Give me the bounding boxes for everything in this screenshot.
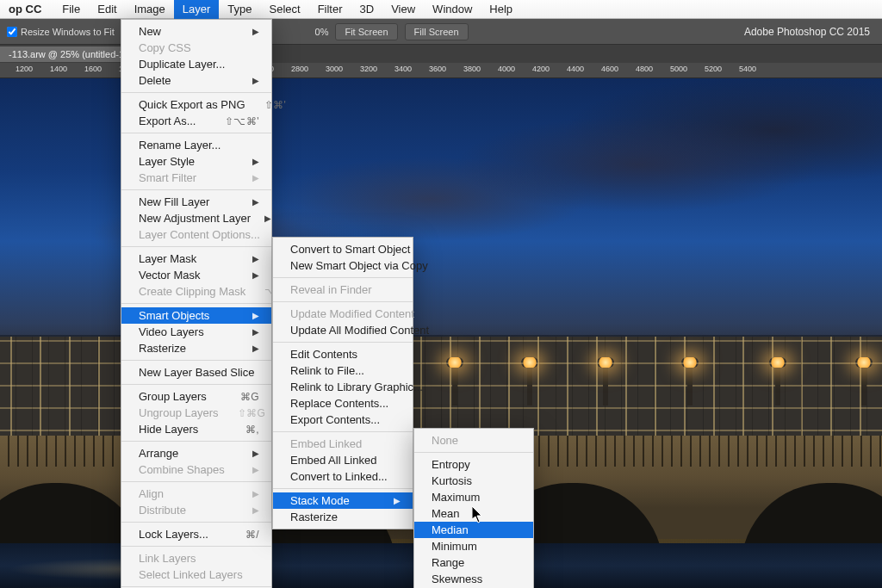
shortcut-label: ⇧⌥⌘' [225, 115, 259, 127]
menu-item-label: Range [432, 556, 521, 569]
layer-rasterize[interactable]: Rasterize▶ [121, 340, 271, 356]
layer-video-layers[interactable]: Video Layers▶ [121, 324, 271, 340]
menu-item-label: Skewness [432, 573, 521, 585]
stack-mode-submenu[interactable]: NoneEntropyKurtosisMaximumMeanMedianMini… [413, 428, 534, 588]
lamp-icon [687, 368, 693, 405]
resize-windows-check[interactable] [7, 27, 17, 37]
smartobjects-update-all-modified-content[interactable]: Update All Modified Content [273, 322, 413, 338]
menu-edit[interactable]: Edit [89, 0, 125, 19]
menu-3d[interactable]: 3D [351, 0, 383, 19]
ruler-tick: 3200 [360, 65, 377, 73]
lamp-icon [775, 368, 780, 405]
menu-type[interactable]: Type [219, 0, 260, 19]
menu-item-label: Vector Mask [139, 269, 239, 282]
layer-menu[interactable]: New▶Copy CSSDuplicate Layer...Delete▶Qui… [121, 19, 272, 588]
smart-objects-submenu[interactable]: Convert to Smart ObjectNew Smart Object … [272, 237, 413, 529]
menu-layer[interactable]: Layer [174, 0, 220, 19]
layer-export-as[interactable]: Export As...⇧⌥⌘' [121, 113, 271, 129]
layer-distribute: Distribute▶ [121, 502, 271, 518]
shortcut-label: ⌘/ [245, 529, 259, 541]
menu-item-label: Embed All Linked [290, 454, 401, 467]
stackmode-minimum[interactable]: Minimum [414, 538, 533, 554]
menu-window[interactable]: Window [424, 0, 481, 19]
menu-item-label: Layer Content Options... [139, 228, 260, 241]
submenu-arrow-icon: ▶ [264, 214, 271, 223]
menu-item-label: Export As... [139, 115, 206, 127]
smartobjects-export-contents[interactable]: Export Contents... [273, 412, 413, 428]
ruler-tick: 5200 [705, 65, 722, 73]
stackmode-none: None [414, 432, 533, 449]
layer-new[interactable]: New▶ [121, 23, 271, 40]
menu-item-label: Arrange [139, 447, 239, 460]
smartobjects-relink-to-library-graphic[interactable]: Relink to Library Graphic... [273, 379, 413, 395]
layer-hide-layers[interactable]: Hide Layers⌘, [121, 421, 271, 437]
submenu-arrow-icon: ▶ [394, 496, 401, 505]
menu-item-label: Rasterize [139, 342, 239, 355]
layer-new-fill-layer[interactable]: New Fill Layer▶ [121, 194, 271, 210]
smartobjects-embed-all-linked[interactable]: Embed All Linked [273, 452, 413, 468]
stackmode-median[interactable]: Median [414, 522, 533, 538]
stackmode-entropy[interactable]: Entropy [414, 456, 533, 473]
resize-windows-checkbox[interactable]: Resize Windows to Fit [7, 27, 115, 37]
layer-delete[interactable]: Delete▶ [121, 72, 271, 89]
layer-new-adjustment-layer[interactable]: New Adjustment Layer▶ [121, 210, 271, 226]
menu-item-label: Entropy [432, 458, 521, 471]
menu-item-label: New Layer Based Slice [139, 366, 259, 379]
menu-item-label: Copy CSS [139, 41, 259, 54]
menu-bar: op CC FileEditImageLayerTypeSelectFilter… [0, 0, 882, 19]
stackmode-skewness[interactable]: Skewness [414, 571, 533, 587]
layer-smart-objects[interactable]: Smart Objects▶ [121, 307, 271, 324]
lamp-icon [527, 368, 532, 405]
layer-copy-css: Copy CSS [121, 40, 271, 56]
smartobjects-stack-mode[interactable]: Stack Mode▶ [273, 492, 413, 509]
layer-smart-filter: Smart Filter▶ [121, 170, 271, 186]
menu-item-label: Distribute [139, 504, 239, 517]
layer-duplicate-layer[interactable]: Duplicate Layer... [121, 56, 271, 72]
menu-item-label: Embed Linked [290, 437, 401, 450]
stackmode-range[interactable]: Range [414, 554, 533, 571]
menu-select[interactable]: Select [261, 0, 309, 19]
layer-group-layers[interactable]: Group Layers⌘G [121, 388, 271, 405]
stackmode-kurtosis[interactable]: Kurtosis [414, 473, 533, 489]
smartobjects-convert-to-smart-object[interactable]: Convert to Smart Object [273, 241, 413, 257]
ruler-tick: 4600 [601, 65, 618, 73]
menu-item-label: Replace Contents... [290, 397, 401, 410]
stackmode-maximum[interactable]: Maximum [414, 489, 533, 505]
submenu-arrow-icon: ▶ [252, 311, 259, 320]
layer-rename-layer[interactable]: Rename Layer... [121, 137, 271, 153]
layer-lock-layers[interactable]: Lock Layers...⌘/ [121, 526, 271, 542]
smartobjects-relink-to-file[interactable]: Relink to File... [273, 362, 413, 379]
fit-screen-button[interactable]: Fit Screen [335, 23, 397, 40]
menu-item-label: Reveal in Finder [290, 283, 401, 296]
layer-align: Align▶ [121, 486, 271, 502]
menu-image[interactable]: Image [126, 0, 174, 19]
menu-item-label: New Adjustment Layer [139, 212, 251, 225]
layer-vector-mask[interactable]: Vector Mask▶ [121, 267, 271, 283]
menu-item-label: Minimum [432, 540, 521, 553]
ruler-tick: 5000 [670, 65, 687, 73]
layer-layer-mask[interactable]: Layer Mask▶ [121, 251, 271, 267]
menu-view[interactable]: View [382, 0, 424, 19]
fill-screen-button[interactable]: Fill Screen [405, 23, 469, 40]
menu-help[interactable]: Help [481, 0, 521, 19]
lamp-icon [452, 368, 457, 405]
ruler-tick: 3600 [429, 65, 446, 73]
submenu-arrow-icon: ▶ [252, 270, 259, 280]
smartobjects-rasterize[interactable]: Rasterize [273, 509, 413, 525]
stackmode-mean[interactable]: Mean [414, 505, 533, 522]
layer-arrange[interactable]: Arrange▶ [121, 445, 271, 461]
layer-quick-export-as-png[interactable]: Quick Export as PNG⇧⌘' [121, 96, 271, 113]
layer-new-layer-based-slice[interactable]: New Layer Based Slice [121, 364, 271, 381]
smartobjects-convert-to-linked[interactable]: Convert to Linked... [273, 468, 413, 485]
menu-item-label: Quick Export as PNG [139, 98, 245, 111]
smartobjects-edit-contents[interactable]: Edit Contents [273, 346, 413, 362]
smartobjects-replace-contents[interactable]: Replace Contents... [273, 395, 413, 412]
menu-filter[interactable]: Filter [309, 0, 351, 19]
menu-item-label: Stack Mode [290, 494, 380, 507]
layer-layer-style[interactable]: Layer Style▶ [121, 153, 271, 170]
menu-item-label: Select Linked Layers [139, 568, 259, 581]
smartobjects-new-smart-object-via-copy[interactable]: New Smart Object via Copy [273, 257, 413, 274]
menu-file[interactable]: File [53, 0, 89, 19]
shortcut-label: ⌘G [240, 391, 259, 403]
menu-item-label: Convert to Smart Object [290, 243, 410, 256]
